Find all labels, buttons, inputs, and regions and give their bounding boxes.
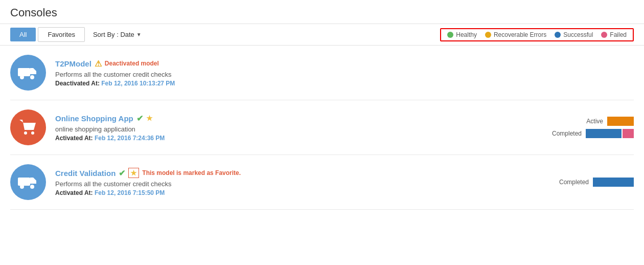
recoverable-dot-icon (485, 32, 491, 38)
osa-completed-bars (586, 129, 634, 138)
sort-by-dropdown[interactable]: Sort By : Date ▼ (93, 31, 142, 38)
osa-desc: online shopping application (55, 125, 532, 133)
svg-marker-7 (30, 178, 36, 184)
osa-icon (10, 109, 46, 145)
console-item-osa[interactable]: Online Shopping App ✔ ★ online shopping … (10, 100, 634, 155)
osa-active-label: Active (567, 118, 603, 125)
osa-date-label: Activated At: (55, 135, 93, 142)
svg-point-9 (30, 185, 34, 189)
failed-dot-icon (601, 32, 607, 38)
osa-name[interactable]: Online Shopping App (55, 114, 133, 123)
cv-truck-icon (18, 174, 38, 190)
page-title: Consoles (0, 0, 644, 24)
console-list: T2PModel ⚠ Deactivated model Performs al… (0, 46, 644, 210)
cv-icon (10, 164, 46, 200)
cart-icon (18, 119, 38, 136)
successful-dot-icon (555, 32, 561, 38)
osa-chart: Active Completed (532, 117, 634, 138)
osa-chart-completed-row: Completed (546, 129, 634, 138)
legend-failed: Failed (601, 31, 627, 38)
sort-arrow-icon: ▼ (136, 32, 142, 37)
osa-check-icon: ✔ (136, 114, 143, 123)
cv-desc: Performs all the customer credit checks (55, 180, 532, 188)
toolbar: All Favorites Sort By : Date ▼ Healthy R… (0, 24, 644, 46)
t2p-name-row: T2PModel ⚠ Deactivated model (55, 59, 634, 69)
healthy-label: Healthy (456, 31, 477, 38)
successful-label: Successful (563, 31, 593, 38)
osa-completed-blue-bar (586, 129, 622, 138)
osa-completed-label: Completed (546, 130, 582, 137)
failed-label: Failed (610, 31, 627, 38)
cv-check-icon: ✔ (119, 168, 125, 178)
osa-active-bar (607, 117, 634, 126)
osa-name-row: Online Shopping App ✔ ★ (55, 114, 532, 123)
console-item-cv[interactable]: Credit Validation ✔ ★ This model is mark… (10, 155, 634, 210)
t2p-status-label: Deactivated model (105, 60, 159, 67)
osa-active-bars (607, 117, 634, 126)
osa-star-icon: ★ (146, 114, 153, 122)
sort-by-label: Sort By : Date (93, 31, 134, 38)
truck-icon (18, 65, 38, 80)
svg-point-3 (30, 75, 34, 79)
cv-chart: Completed (532, 178, 634, 187)
cv-completed-bars (593, 178, 634, 187)
t2p-warning-icon: ⚠ (95, 59, 102, 69)
cv-completed-bar (593, 178, 634, 187)
t2p-icon (10, 55, 46, 91)
healthy-dot-icon (447, 32, 453, 38)
svg-rect-0 (18, 68, 30, 76)
svg-point-8 (20, 185, 24, 189)
svg-rect-6 (18, 178, 30, 186)
cv-chart-completed-row: Completed (553, 178, 634, 187)
svg-point-5 (31, 131, 34, 135)
cv-date-value: Feb 12, 2016 7:15:50 PM (95, 189, 165, 196)
legend-box: Healthy Recoverable Errors Successful Fa… (440, 28, 634, 41)
cv-name-row: Credit Validation ✔ ★ This model is mark… (55, 168, 532, 178)
cv-date: Activated At: Feb 12, 2016 7:15:50 PM (55, 189, 532, 196)
osa-date: Activated At: Feb 12, 2016 7:24:36 PM (55, 135, 532, 142)
svg-marker-1 (30, 68, 36, 74)
t2p-date-label: Deactivated At: (55, 80, 100, 87)
cv-fav-star-icon: ★ (128, 168, 139, 178)
tab-favorites-button[interactable]: Favorites (38, 27, 84, 42)
t2p-date: Deactivated At: Feb 12, 2016 10:13:27 PM (55, 80, 634, 87)
osa-chart-active-row: Active (567, 117, 634, 126)
svg-point-4 (24, 131, 27, 135)
osa-info: Online Shopping App ✔ ★ online shopping … (55, 114, 532, 142)
cv-info: Credit Validation ✔ ★ This model is mark… (55, 168, 532, 196)
t2p-info: T2PModel ⚠ Deactivated model Performs al… (55, 59, 634, 87)
cv-completed-label: Completed (553, 179, 589, 186)
cv-fav-label: This model is marked as Favorite. (142, 169, 241, 176)
cv-date-label: Activated At: (55, 189, 93, 196)
tab-all-button[interactable]: All (10, 28, 36, 41)
cv-name[interactable]: Credit Validation (55, 169, 116, 178)
t2p-name[interactable]: T2PModel (55, 59, 91, 68)
svg-point-2 (20, 75, 24, 79)
legend-successful: Successful (555, 31, 593, 38)
legend-healthy: Healthy (447, 31, 477, 38)
legend-recoverable: Recoverable Errors (485, 31, 546, 38)
console-item-t2p[interactable]: T2PModel ⚠ Deactivated model Performs al… (10, 46, 634, 100)
recoverable-label: Recoverable Errors (494, 31, 546, 38)
t2p-desc: Performs all the customer credit checks (55, 71, 634, 78)
osa-date-value: Feb 12, 2016 7:24:36 PM (95, 135, 165, 142)
osa-completed-pink-bar (623, 129, 634, 138)
t2p-date-value: Feb 12, 2016 10:13:27 PM (101, 80, 175, 87)
